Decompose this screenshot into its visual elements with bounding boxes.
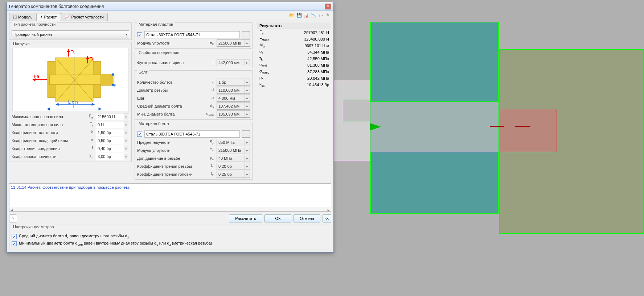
result-row: ksc10,45413 бр <box>257 82 331 88</box>
svg-marker-10 <box>86 56 89 59</box>
bolt-material-browse[interactable]: ··· <box>242 130 250 138</box>
param-row: Доп.давление в резьбе pa 40 МПа▸ <box>137 154 250 162</box>
ok-button[interactable]: ОК <box>264 214 291 222</box>
param-row: Макс. тангенциальная сила Ft 0 Н▸ <box>12 121 129 129</box>
connection-props-group: Свойства соединения Функциональная ширин… <box>135 51 253 68</box>
dialog-titlebar[interactable]: Генератор компонентов болтового соединен… <box>7 2 333 11</box>
param-field[interactable]: 40 МПа▸ <box>217 155 250 162</box>
param-row: Мин. диаметр болта dмин 105,093 мм▸ <box>137 110 250 118</box>
fatigue-icon: 📈 <box>65 14 70 19</box>
bolt-group: Болт Количество болтов z 1 бр▸Диаметр ре… <box>135 70 253 120</box>
load-group: Нагрузка Ft Ft <box>9 42 132 162</box>
tab-calc[interactable]: ƒ Расчет <box>36 13 61 21</box>
param-field[interactable]: 0 Н▸ <box>96 121 129 128</box>
open-icon[interactable]: 📂 <box>288 12 295 18</box>
result-row: Fмакс323400,000 Н <box>257 36 331 42</box>
results-panel: Результаты Fv297907,451 НFмакс323400,000… <box>257 22 331 182</box>
svg-text:p: p <box>114 82 116 87</box>
result-row: Fv297907,451 Н <box>257 29 331 36</box>
param-field[interactable]: 110,000 мм▸ <box>217 87 250 94</box>
param-field[interactable]: 0,25 бр▸ <box>217 171 250 178</box>
calc-type-select[interactable]: Проверочный расчет <box>12 30 129 38</box>
svg-marker-7 <box>67 49 70 52</box>
force-arrow-icon <box>515 126 530 127</box>
svg-text:Fa: Fa <box>34 74 39 79</box>
force-arrow-icon <box>490 126 504 127</box>
param-row: Количество болтов z 1 бр▸ <box>137 78 250 86</box>
help-button[interactable]: ? <box>9 214 17 222</box>
param-row: Шаг p 4,000 мм▸ <box>137 94 250 102</box>
mean-diameter-checkbox[interactable]: ✔ <box>12 234 17 239</box>
tab-fatigue[interactable]: 📈 Расчет усталости <box>61 13 108 21</box>
param-field[interactable]: 0,50 бр▸ <box>96 137 129 144</box>
viewport-block <box>370 101 499 152</box>
edit-icon[interactable]: ✎ <box>325 12 331 18</box>
horizontal-scrollbar[interactable] <box>9 208 331 212</box>
param-row: Коэффициент входящей силы n 0,50 бр▸ <box>12 137 129 145</box>
param-row: Коэффициент трения резьбы f1 0,20 бр▸ <box>137 162 250 170</box>
param-row: Средний диаметр болта ds 107,402 мм▸ <box>137 102 250 110</box>
param-field[interactable]: 3,00 бр▸ <box>96 153 129 160</box>
force-arrow-icon <box>370 123 381 130</box>
result-row: σred81,308 МПа <box>257 62 331 68</box>
chart-icon[interactable]: 📊 <box>303 12 309 18</box>
result-row: σмакс37,283 МПа <box>257 68 331 75</box>
conn-length-field[interactable]: 442,000 мм▸ <box>217 59 250 66</box>
bolt-material-checkbox[interactable]: ✔ <box>137 132 142 137</box>
bolt-generator-dialog: Генератор компонентов болтового соединен… <box>7 2 334 253</box>
viewport-block <box>499 109 557 152</box>
calc-icon: ƒ <box>40 15 42 19</box>
param-field[interactable]: 215600 Н▸ <box>96 113 129 120</box>
param-field[interactable]: 1 бр▸ <box>217 79 250 86</box>
result-row: pc20,042 МПа <box>257 75 331 82</box>
bolt-sketch: Ft Ft Fa p L x n L <box>12 48 128 111</box>
param-row: Коэф. трения соединения f 0,40 бр▸ <box>12 145 129 153</box>
diameter-settings-group: Настройка диаметров ✔ Средний диаметр бо… <box>9 225 331 250</box>
svg-text:Ft: Ft <box>70 50 75 55</box>
plate-material-browse[interactable]: ··· <box>242 31 250 38</box>
bolt-material-group: Материал болта ✔ Сталь 30ХГСА ГОСТ 4543-… <box>135 122 253 180</box>
cancel-button[interactable]: Отмена <box>294 214 320 222</box>
calculation-log[interactable]: 11:31:14 Расчет: Соответствие при подбор… <box>9 183 331 207</box>
param-field[interactable]: 4,000 мм▸ <box>217 95 250 102</box>
save-icon[interactable]: 💾 <box>296 12 302 18</box>
min-diameter-checkbox[interactable]: ✔ <box>12 241 17 246</box>
param-field[interactable]: 0,40 бр▸ <box>96 145 129 152</box>
model-icon: ⬚ <box>13 14 17 19</box>
param-field[interactable]: 0,20 бр▸ <box>217 163 250 170</box>
param-field[interactable]: 105,093 мм▸ <box>217 111 250 118</box>
fatigue-chart-icon[interactable]: 📉 <box>310 12 317 18</box>
calculate-button[interactable]: Рассчитать <box>229 214 262 222</box>
hide-icon[interactable]: ◌ <box>317 12 324 18</box>
tab-model[interactable]: ⬚ Модель <box>9 13 36 21</box>
svg-marker-25 <box>99 108 102 111</box>
param-row: Коэффициент плотности k 1,50 бр▸ <box>12 129 129 137</box>
plate-material-name: Сталь 30ХГСА ГОСТ 4543-71 <box>144 31 240 38</box>
close-icon[interactable]: ✕ <box>325 4 331 9</box>
svg-marker-24 <box>47 108 50 111</box>
plate-material-checkbox[interactable]: ✔ <box>137 32 142 37</box>
plate-e2-field[interactable]: 215000 МПа▸ <box>217 39 250 47</box>
svg-text:L: L <box>73 104 75 109</box>
dialog-title: Генератор компонентов болтового соединен… <box>9 4 104 9</box>
tab-row: ⬚ Модель ƒ Расчет 📈 Расчет усталости 📂 💾… <box>7 11 333 21</box>
result-row: Mu9697,101 Н м <box>257 42 331 49</box>
param-row: Модуль упругости E1 215000 МПа▸ <box>137 146 250 154</box>
model-viewport[interactable] <box>334 0 644 296</box>
param-row: Максимальная осевая сила Fa 215600 Н▸ <box>12 113 129 121</box>
bolt-material-name: Сталь 30ХГСА ГОСТ 4543-71 <box>144 130 240 138</box>
param-row: Коэф. запаса прочности ks 3,00 бр▸ <box>12 153 129 160</box>
param-field[interactable]: 215000 МПа▸ <box>217 147 250 154</box>
param-field[interactable]: 1,50 бр▸ <box>96 129 129 136</box>
viewport-block <box>343 100 370 121</box>
result-row: τk42,550 МПа <box>257 55 331 62</box>
plate-material-group: Материал пластин ✔ Сталь 30ХГСА ГОСТ 454… <box>135 22 253 49</box>
result-row: σt34,344 МПа <box>257 49 331 55</box>
svg-marker-21 <box>92 103 95 106</box>
param-field[interactable]: 850 МПа▸ <box>217 139 250 146</box>
svg-rect-4 <box>101 74 112 85</box>
svg-text:Ft: Ft <box>89 57 94 62</box>
param-field[interactable]: 107,402 мм▸ <box>217 103 250 110</box>
calc-type-group: Тип расчета прочности Проверочный расчет <box>9 22 132 40</box>
collapse-button[interactable]: << <box>323 214 331 222</box>
